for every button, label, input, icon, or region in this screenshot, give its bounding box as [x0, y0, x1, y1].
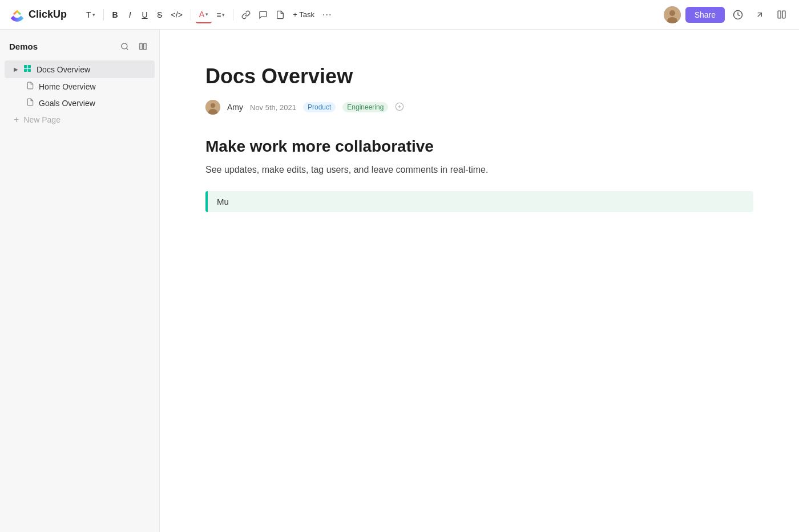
svg-rect-12	[28, 65, 31, 68]
doc-author-avatar	[205, 100, 220, 115]
svg-point-7	[121, 43, 127, 48]
sidebar-actions	[117, 39, 150, 54]
new-page-label: New Page	[23, 115, 60, 124]
svg-rect-13	[24, 69, 27, 72]
text-style-chevron: ▾	[92, 12, 95, 18]
layout-toggle-button[interactable]	[773, 6, 790, 23]
bold-button[interactable]: B	[108, 6, 122, 23]
blockquote: Mu	[205, 191, 753, 212]
share-button[interactable]: Share	[685, 7, 725, 23]
new-page-plus-icon: +	[14, 115, 19, 125]
new-page-item[interactable]: + New Page	[5, 111, 155, 128]
toolbar: ClickUp T ▾ B I U S </> A ▾ ≡ ▾	[0, 0, 799, 30]
doc-date: Nov 5th, 2021	[250, 103, 296, 112]
main-layout: Demos ▶ Docs Overview	[0, 30, 799, 532]
svg-rect-11	[24, 65, 27, 68]
sidebar-item-docs-overview[interactable]: ▶ Docs Overview	[5, 60, 155, 78]
logo-text: ClickUp	[29, 9, 67, 21]
content-area: Docs Overview Amy Nov 5th, 2021 Product …	[160, 30, 799, 532]
history-button[interactable]	[729, 6, 746, 23]
blockquote-content[interactable]: Mu	[208, 191, 753, 212]
doc-author: Amy	[227, 103, 243, 112]
sidebar-header: Demos	[0, 34, 159, 58]
svg-rect-6	[782, 11, 785, 18]
code-button[interactable]: </>	[168, 6, 186, 23]
toolbar-right: Share	[664, 6, 790, 23]
docs-overview-grid-icon	[23, 64, 32, 75]
docs-overview-chevron: ▶	[14, 66, 18, 72]
svg-rect-5	[778, 11, 781, 18]
link-button[interactable]	[238, 6, 254, 23]
section-text: See updates, make edits, tag users, and …	[205, 163, 753, 177]
sidebar-search-button[interactable]	[117, 39, 132, 54]
tag-engineering[interactable]: Engineering	[342, 102, 388, 112]
sidebar-item-goals-overview[interactable]: Goals Overview	[5, 95, 155, 111]
underline-button[interactable]: U	[138, 6, 152, 23]
svg-line-8	[126, 48, 128, 50]
text-style-button[interactable]: T ▾	[83, 6, 99, 23]
home-overview-doc-icon	[26, 82, 34, 91]
sidebar: Demos ▶ Docs Overview	[0, 30, 160, 532]
home-overview-label: Home Overview	[39, 82, 96, 91]
separator-2	[191, 9, 191, 21]
toolbar-left: ClickUp T ▾ B I U S </> A ▾ ≡ ▾	[9, 6, 335, 23]
doc-button[interactable]	[272, 6, 288, 23]
text-format-group: T ▾	[83, 6, 99, 23]
svg-rect-10	[143, 43, 146, 49]
section-title: Make work more collaborative	[205, 137, 753, 156]
italic-button[interactable]: I	[123, 6, 137, 23]
svg-rect-14	[28, 69, 31, 72]
more-button[interactable]: ···	[319, 6, 335, 23]
formatting-group: B I U S </>	[108, 6, 186, 23]
align-chevron: ▾	[222, 12, 225, 18]
tag-product[interactable]: Product	[303, 102, 336, 112]
docs-overview-label: Docs Overview	[37, 65, 90, 74]
sidebar-item-home-overview[interactable]: Home Overview	[5, 78, 155, 95]
add-task-button[interactable]: + Task	[289, 6, 318, 23]
color-align-group: A ▾ ≡ ▾	[196, 6, 229, 23]
svg-point-16	[211, 103, 215, 108]
external-link-button[interactable]	[751, 6, 768, 23]
doc-meta: Amy Nov 5th, 2021 Product Engineering	[205, 100, 753, 115]
align-button[interactable]: ≡ ▾	[213, 6, 228, 23]
separator-3	[233, 9, 233, 21]
goals-overview-doc-icon	[26, 98, 34, 108]
doc-title: Docs Overview	[205, 64, 753, 88]
goals-overview-label: Goals Overview	[39, 99, 95, 108]
clickup-logo[interactable]: ClickUp	[9, 7, 67, 23]
svg-rect-9	[139, 43, 142, 49]
svg-line-4	[758, 13, 762, 17]
comment-button[interactable]	[255, 6, 271, 23]
color-button[interactable]: A ▾	[196, 6, 212, 23]
separator-1	[103, 9, 104, 21]
strikethrough-button[interactable]: S	[153, 6, 167, 23]
color-chevron: ▾	[205, 11, 208, 17]
sidebar-title: Demos	[9, 42, 38, 51]
user-avatar[interactable]	[664, 6, 681, 23]
add-tag-icon[interactable]	[395, 102, 404, 113]
svg-point-1	[669, 10, 675, 16]
sidebar-layout-button[interactable]	[135, 39, 150, 54]
insert-group: + Task ···	[238, 6, 335, 23]
